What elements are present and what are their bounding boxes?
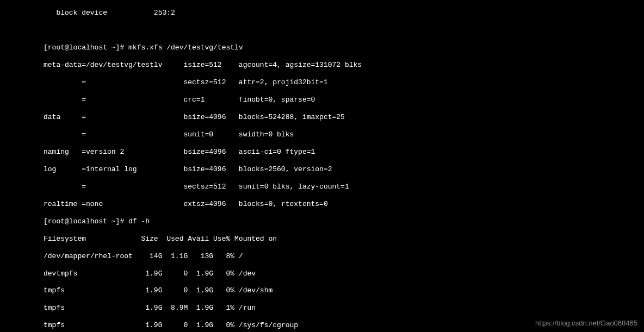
df-row: /dev/mapper/rhel-root 14G 1.1G 13G 8% /	[44, 252, 644, 261]
prompt-line: [root@localhost ~]# mkfs.xfs /dev/testvg…	[44, 43, 644, 52]
mkfs-output: = sectsz=512 attr=2, projid32bit=1	[44, 78, 644, 87]
prompt-line: [root@localhost ~]# df -h	[44, 217, 644, 226]
command: mkfs.xfs /dev/testvg/testlv	[128, 43, 243, 52]
mkfs-output: = crc=1 finobt=0, sparse=0	[44, 96, 644, 104]
df-header: Filesystem Size Used Avail Use% Mounted …	[44, 235, 644, 243]
mkfs-output: data = bsize=4096 blocks=524288, imaxpct…	[44, 113, 644, 122]
partial-line: block device 253:2	[44, 9, 644, 17]
df-row: tmpfs 1.9G 0 1.9G 0% /dev/shm	[44, 286, 644, 295]
df-row: devtmpfs 1.9G 0 1.9G 0% /dev	[44, 270, 644, 278]
blank-line	[44, 26, 644, 35]
mkfs-output: naming =version 2 bsize=4096 ascii-ci=0 …	[44, 148, 644, 156]
prompt: [root@localhost ~]#	[44, 217, 124, 225]
watermark-text: https://blog.csdn.net/Gao068465	[535, 319, 637, 328]
df-row: tmpfs 1.9G 8.9M 1.9G 1% /run	[44, 304, 644, 312]
command: df -h	[128, 217, 150, 225]
mkfs-output: = sectsz=512 sunit=0 blks, lazy-count=1	[44, 183, 644, 191]
mkfs-output: realtime =none extsz=4096 blocks=0, rtex…	[44, 200, 644, 209]
mkfs-output: log =internal log bsize=4096 blocks=2560…	[44, 165, 644, 174]
terminal-output[interactable]: block device 253:2 [root@localhost ~]# m…	[0, 0, 644, 332]
prompt: [root@localhost ~]#	[44, 43, 124, 52]
mkfs-output: meta-data=/dev/testvg/testlv isize=512 a…	[44, 61, 644, 70]
mkfs-output: = sunit=0 swidth=0 blks	[44, 130, 644, 139]
